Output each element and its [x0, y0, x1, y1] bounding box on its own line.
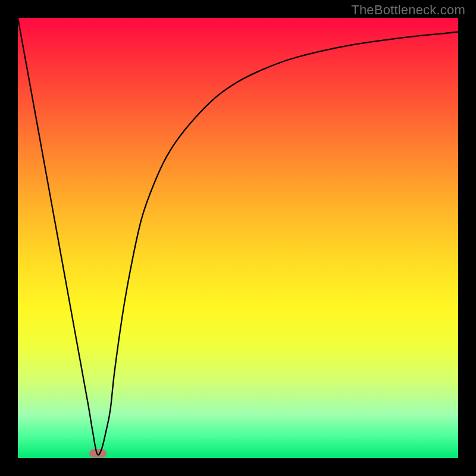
chart-frame: TheBottleneck.com [0, 0, 476, 476]
bottleneck-curve [18, 18, 458, 458]
curve-path [18, 18, 458, 455]
watermark-text: TheBottleneck.com [351, 2, 465, 18]
plot-area [18, 18, 458, 458]
